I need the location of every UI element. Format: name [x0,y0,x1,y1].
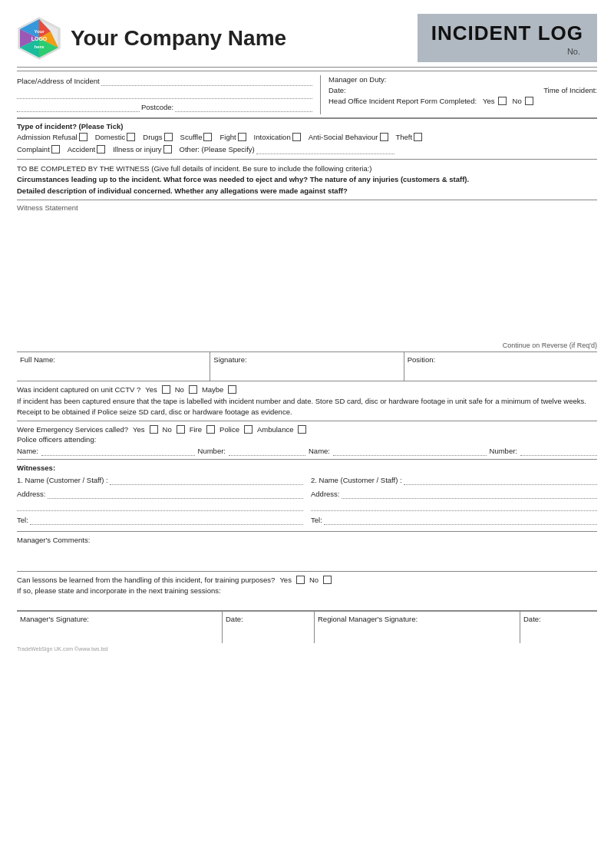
witness2-addr-label: Address: [311,490,340,498]
manager-comments-label: Manager's Comments: [17,536,597,544]
head-office-row: Head Office Incident Report Form Complet… [328,97,597,105]
instructions-line2: Circumstances leading up to the incident… [17,175,469,183]
emergency-yes-checkbox[interactable] [150,425,158,434]
admission-refusal-checkbox[interactable] [79,133,87,141]
incident-log-header: INCIDENT LOG No. [418,14,597,62]
domestic-label: Domestic [95,133,126,141]
signature-cell: Signature: [210,352,404,381]
no-label: No [513,97,522,105]
manager-sig-cell: Manager's Signature: [17,612,223,643]
continue-note: Continue on Reverse (if Req'd) [17,340,597,352]
witness-col2: 2. Name (Customer / Staff) : [311,474,597,487]
name-sig-section: Full Name: Signature: Position: [17,352,597,381]
emergency-fire-checkbox[interactable] [206,425,215,434]
witnesses-section: Witnesses: 1. Name (Customer / Staff) : … [17,460,597,532]
emergency-no-checkbox[interactable] [177,425,185,434]
witness1-addr-line: Address: [17,488,303,499]
witness2-addr-dot2 [311,500,597,511]
fight-checkbox[interactable] [238,133,246,141]
emergency-fire-label: Fire [190,425,202,434]
witness2-addr-line: Address: [311,488,597,499]
witness1-name-line: 1. Name (Customer / Staff) : [17,474,303,485]
emergency-no-label: No [163,425,172,434]
cctv-maybe-checkbox[interactable] [228,385,236,394]
theft-label: Theft [396,133,413,141]
head-office-yes-checkbox[interactable] [498,97,507,105]
drugs-checkbox[interactable] [164,133,173,141]
witness-col1: 1. Name (Customer / Staff) : [17,474,303,487]
witness2-tel-dot [324,514,597,525]
officer-number1-label: Number: [198,447,226,455]
theft-checkbox[interactable] [414,133,422,141]
tick-theft: Theft [396,133,423,141]
domestic-checkbox[interactable] [127,133,135,141]
witness1-addr-label: Address: [17,490,46,498]
emergency-police-checkbox[interactable] [244,425,253,434]
other-label: Other: (Please Specify) [180,145,255,153]
head-office-label: Head Office Incident Report Form Complet… [328,97,477,105]
emergency-yes-label: Yes [133,425,145,434]
logo-icon: Your LOGO here [17,16,61,61]
lessons-yes-checkbox[interactable] [296,576,305,584]
witness2-name-dot [404,474,597,485]
illness-label: Illness or injury [113,145,161,153]
tick-anti-social: Anti-Social Behaviour [309,133,388,141]
accident-checkbox[interactable] [97,145,105,153]
witness-statement-box[interactable] [17,213,597,340]
complaint-label: Complaint [17,145,50,153]
incident-log-title: INCIDENT LOG [431,21,583,45]
tick-fight: Fight [220,133,246,141]
postcode-line: Postcode: [17,101,312,112]
manager-sig-label: Manager's Signature: [20,615,217,623]
instructions-text: TO BE COMPLETED BY THE WITNESS (Give ful… [17,163,597,196]
incident-types-row1: Admission Refusal Domestic Drugs Scuffle… [17,133,597,141]
cctv-top-row: Was incident captured on unit CCTV ? Yes… [17,385,597,394]
place-line: Place/Address of Incident [17,75,312,86]
witness-names-row: 1. Name (Customer / Staff) : 2. Name (Cu… [17,474,597,487]
witness2-name-line: 2. Name (Customer / Staff) : [311,474,597,485]
emergency-top-row: Were Emergency Services called? Yes No F… [17,425,597,434]
yes-label: Yes [483,97,495,105]
head-office-no-checkbox[interactable] [525,97,533,105]
witness2-addr-line2 [311,500,597,511]
fight-label: Fight [220,133,236,141]
anti-social-label: Anti-Social Behaviour [309,133,378,141]
incident-type-section: Type of incident? (Please Tick) Admissio… [17,118,597,159]
officers-row: Name: Number: Name: Number: [17,445,597,456]
other-dotted [256,144,394,154]
intoxication-checkbox[interactable] [292,133,301,141]
signature-label: Signature: [213,355,398,364]
lessons-top-row: Can lessons be learned from the handling… [17,576,597,584]
cctv-no-label: No [175,385,184,394]
postcode-dotted [175,101,312,112]
lessons-sub-label: If so, please state and incorporate in t… [17,586,597,595]
address-left: Place/Address of Incident Postcode: [17,75,321,114]
instructions-section: TO BE COMPLETED BY THE WITNESS (Give ful… [17,159,597,200]
manager-label: Manager on Duty: [328,75,387,84]
witness1-tel-line: Tel: [17,514,303,525]
lessons-no-label: No [309,576,319,584]
officer-name2-dot [333,445,487,456]
anti-social-checkbox[interactable] [380,133,388,141]
witness1-tel-label: Tel: [17,516,28,524]
witness1-name-dot [110,474,303,485]
scuffle-checkbox[interactable] [203,133,212,141]
place-label: Place/Address of Incident [17,77,100,85]
officer-number2-label: Number: [490,447,517,455]
lessons-no-checkbox[interactable] [323,576,332,584]
witness-statement-label: Witness Statement [17,203,597,212]
incident-types-row2: Complaint Accident Illness or injury Oth… [17,144,597,154]
complaint-checkbox[interactable] [51,145,60,153]
emergency-ambulance-checkbox[interactable] [298,425,306,434]
svg-text:LOGO: LOGO [31,36,48,41]
cctv-yes-checkbox[interactable] [162,385,170,394]
full-name-cell: Full Name: [17,352,210,381]
company-name: Your Company Name [71,26,286,51]
header-divider [17,67,597,68]
witness2-addr-dot [342,488,598,499]
emergency-section: Were Emergency Services called? Yes No F… [17,421,597,460]
footer-note: TradeWebSign UK.com ©www.tws.bst [17,646,597,652]
svg-text:here: here [35,45,45,49]
illness-checkbox[interactable] [163,145,172,153]
cctv-no-checkbox[interactable] [189,385,197,394]
